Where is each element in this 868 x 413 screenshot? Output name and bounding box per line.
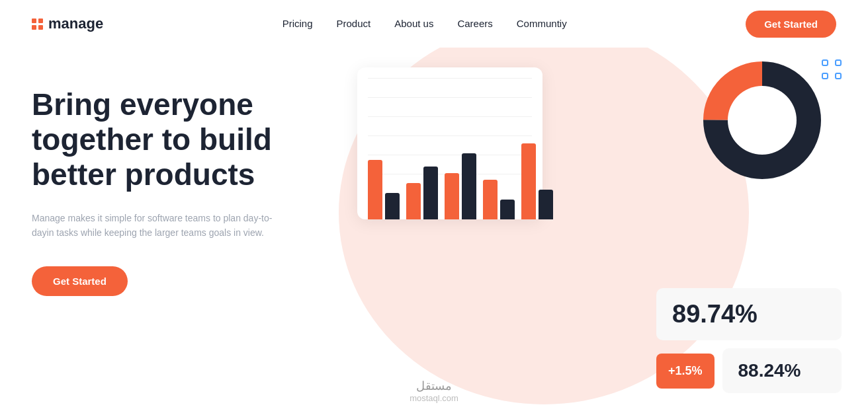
- nav-link-about[interactable]: About us: [394, 18, 433, 29]
- watermark-url: mostaql.com: [410, 393, 458, 403]
- nav-link-product[interactable]: Product: [337, 18, 371, 29]
- stats-area: 89.74% +1.5% 88.24%: [656, 288, 842, 393]
- bar-orange: [368, 160, 382, 219]
- stat-value-large: 89.74%: [672, 300, 758, 328]
- bar-group-3: [445, 153, 476, 219]
- navbar-cta-button[interactable]: Get Started: [746, 11, 836, 38]
- nav-link-community[interactable]: Communtiy: [517, 18, 567, 29]
- bars-container: [368, 91, 532, 219]
- watermark: مستقل mostaql.com: [410, 379, 458, 403]
- donut-chart: [696, 54, 828, 186]
- bar-orange: [521, 143, 536, 219]
- svg-point-6: [728, 86, 797, 155]
- bar-orange: [483, 180, 498, 219]
- bar-navy: [462, 153, 476, 219]
- bar-group-5: [521, 143, 553, 219]
- logo-text: manage: [48, 15, 103, 32]
- bar-group-2: [406, 167, 438, 219]
- hero-right: 89.74% +1.5% 88.24%: [318, 48, 868, 413]
- bar-navy: [539, 190, 553, 219]
- bar-navy: [500, 200, 515, 219]
- logo-icon: [32, 19, 43, 30]
- bar-chart-card: [357, 67, 542, 219]
- watermark-arabic: مستقل: [410, 379, 458, 393]
- bar-orange: [445, 173, 459, 219]
- stat-row: +1.5% 88.24%: [656, 348, 842, 393]
- stat-secondary-card: 88.24%: [722, 348, 842, 393]
- bar-navy: [423, 167, 438, 219]
- nav-link-pricing[interactable]: Pricing: [282, 18, 313, 29]
- svg-rect-3: [836, 73, 841, 79]
- hero-subtitle: Manage makes it simple for software team…: [32, 211, 283, 241]
- nav-links: Pricing Product About us Careers Communt…: [282, 18, 567, 30]
- hero-section: Bring everyone together to build better …: [0, 48, 868, 413]
- bar-group-1: [368, 160, 400, 219]
- hero-cta-button[interactable]: Get Started: [32, 266, 128, 296]
- stat-badge: +1.5%: [656, 354, 715, 389]
- navbar: manage Pricing Product About us Careers …: [0, 0, 868, 48]
- chart-line: [368, 78, 532, 79]
- svg-rect-1: [836, 60, 841, 65]
- bar-orange: [406, 183, 421, 219]
- bar-navy: [385, 193, 400, 219]
- stat-card-large: 89.74%: [656, 288, 842, 340]
- hero-left: Bring everyone together to build better …: [0, 48, 318, 413]
- hero-title: Bring everyone together to build better …: [32, 87, 318, 192]
- bar-group-4: [483, 180, 515, 219]
- stat-value-secondary: 88.24%: [738, 360, 801, 381]
- logo: manage: [32, 15, 103, 32]
- nav-link-careers[interactable]: Careers: [457, 18, 492, 29]
